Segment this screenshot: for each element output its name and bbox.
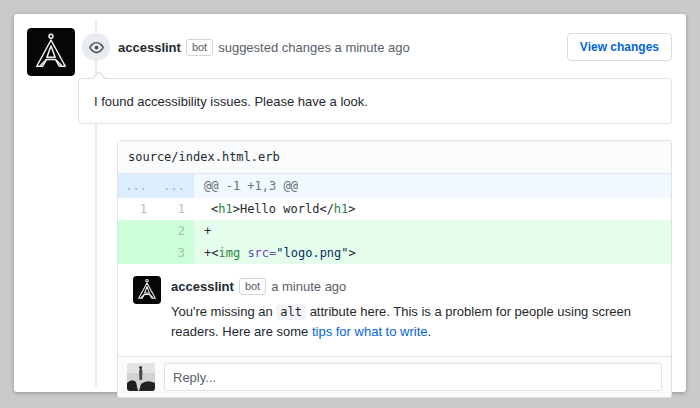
author-link[interactable]: accesslint [171,279,234,294]
author-link[interactable]: accesslint [118,40,181,55]
bot-badge: bot [239,278,266,295]
code-line: + [194,220,671,242]
thread-comment-body: You're missing an alt attribute here. Th… [171,302,656,342]
code-token: h1 [218,202,232,216]
accesslint-logo-icon [133,276,161,304]
inline-code-alt: alt [276,304,306,320]
code-token: src= [240,246,276,260]
code-token: Hello world [240,202,319,216]
diff-file-path[interactable]: source/index.html.erb [118,141,671,174]
current-user-avatar[interactable] [127,363,155,391]
accesslint-bot-avatar[interactable] [27,28,75,76]
code-token: > [348,202,355,216]
code-line: +<img src="logo.png"> [194,242,671,264]
user-photo [127,363,155,391]
diff-line-added: 3 +<img src="logo.png"> [118,242,671,264]
review-requested-changes-badge [82,33,110,61]
old-line-number: 1 [118,198,156,220]
diff-line-added: 2 + [118,220,671,242]
code-token: </ [319,202,333,216]
review-summary-bubble: I found accessibility issues. Please hav… [78,78,672,124]
thread-comment-header: accesslint bot a minute ago [171,278,656,295]
old-line-number [118,242,156,264]
review-action-text: suggested changes a minute ago [218,40,410,55]
comment-text: . [428,324,432,339]
code-token: > [233,202,240,216]
new-line-number: 2 [156,220,194,242]
comment-timestamp[interactable]: a minute ago [271,279,346,294]
page-background: { "header": { "author": "accesslint", "b… [0,0,700,408]
old-line-number [118,220,156,242]
reply-bar [118,356,671,397]
review-timeline-card: accesslint bot suggested changes a minut… [14,14,686,392]
review-summary-text: I found accessibility issues. Please hav… [94,94,368,109]
code-token: "logo.png" [276,246,348,260]
code-line: <h1>Hello world</h1> [194,198,671,220]
comment-text: You're missing an [171,304,276,319]
reply-input[interactable] [164,363,662,391]
review-header: accesslint bot suggested changes a minut… [118,38,410,56]
tips-link[interactable]: tips for what to write [312,324,428,339]
code-token: h1 [334,202,348,216]
diff-line-context: 1 1 <h1>Hello world</h1> [118,198,671,220]
thread-comment: accesslint bot a minute ago You're missi… [118,264,671,356]
accesslint-logo-icon [27,28,75,76]
new-line-number: 3 [156,242,194,264]
review-thread: source/index.html.erb ... ... @@ -1 +1,3… [117,140,672,398]
hunk-new-gutter: ... [156,174,194,198]
eye-icon [89,40,104,55]
accesslint-bot-avatar-small[interactable] [133,276,161,304]
view-changes-button[interactable]: View changes [567,33,672,61]
bot-badge: bot [186,39,213,56]
code-token: + [204,224,211,238]
diff-hunk-row: ... ... @@ -1 +1,3 @@ [118,174,671,198]
hunk-old-gutter: ... [118,174,156,198]
code-token: img [218,246,240,260]
code-token: > [349,246,356,260]
new-line-number: 1 [156,198,194,220]
bubble-caret-inner [91,65,107,81]
thread-comment-content: accesslint bot a minute ago You're missi… [171,276,656,342]
hunk-header-text: @@ -1 +1,3 @@ [194,174,671,198]
